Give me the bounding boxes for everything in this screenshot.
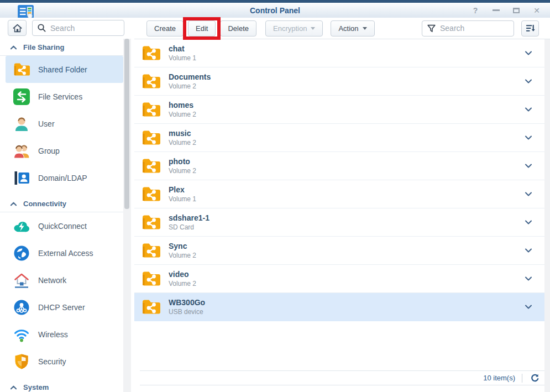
window-controls: ? ✕ [471, 3, 541, 18]
list-search-input[interactable] [440, 24, 509, 33]
folder-info: music Volume 2 [169, 129, 196, 147]
chevron-down-icon [311, 27, 315, 30]
title-bar: Control Panel ? ✕ [0, 3, 550, 18]
sidebar-item-dhcp-server[interactable]: DHCP Server [6, 294, 123, 321]
sidebar-item-label: User [38, 119, 55, 128]
domain-ldap-icon [13, 170, 30, 186]
shared-folder-icon [142, 270, 160, 287]
sidebar-item-external-access[interactable]: External Access [6, 239, 123, 266]
folder-row-wb300go[interactable]: WB300Go USB device [134, 293, 544, 321]
minimize-icon[interactable] [491, 6, 500, 15]
sidebar-item-network[interactable]: Network [6, 266, 123, 294]
expand-chevron-icon[interactable] [524, 161, 533, 170]
expand-chevron-icon[interactable] [524, 302, 533, 311]
folder-name: photo [169, 158, 196, 166]
sidebar-item-label: Network [38, 276, 66, 285]
action-label: Action [338, 24, 358, 33]
folder-name: chat [169, 45, 196, 53]
group-icon [13, 143, 30, 159]
sidebar-item-label: QuickConnect [38, 222, 87, 231]
expand-chevron-icon[interactable] [524, 77, 533, 86]
folder-info: homes Volume 2 [169, 101, 196, 118]
sidebar-item-file-services[interactable]: File Services [6, 83, 123, 110]
sidebar-section-file-sharing[interactable]: File Sharing [0, 39, 123, 56]
help-icon[interactable]: ? [471, 6, 480, 15]
toolbar: Create Edit Delete Encryption Action [0, 18, 550, 39]
sidebar-item-shared-folder[interactable]: Shared Folder [6, 56, 123, 83]
sidebar-item-label: Wireless [38, 330, 68, 339]
shared-folder-icon [142, 299, 160, 315]
sidebar-item-group[interactable]: Group [6, 137, 123, 164]
folder-rows: chat Volume 1 Documents Volume 2 [134, 39, 544, 321]
expand-chevron-icon[interactable] [524, 218, 533, 227]
home-button[interactable] [8, 20, 27, 36]
folder-name: homes [169, 101, 196, 109]
sidebar-item-label: Shared Folder [38, 65, 87, 74]
folder-info: WB300Go USB device [169, 299, 205, 316]
folder-row-sdshare1-1[interactable]: sdshare1-1 SD Card [134, 208, 544, 237]
folder-name: WB300Go [169, 299, 205, 307]
expand-chevron-icon[interactable] [524, 133, 533, 142]
folder-name: Documents [169, 73, 211, 81]
folder-location: Volume 2 [169, 252, 196, 259]
network-icon [13, 272, 30, 289]
sort-button[interactable] [521, 20, 539, 36]
folder-row-chat[interactable]: chat Volume 1 [134, 39, 544, 67]
close-icon[interactable]: ✕ [532, 6, 541, 15]
shared-folder-icon [142, 45, 160, 61]
edit-button-wrap: Edit [188, 20, 216, 36]
sidebar-section-connectivity[interactable]: Connectivity [0, 191, 123, 212]
sidebar-scrollbar-thumb[interactable] [124, 39, 129, 209]
quickconnect-icon [13, 218, 30, 234]
sidebar-item-user[interactable]: User [6, 110, 123, 137]
folder-info: photo Volume 2 [169, 158, 196, 175]
folder-location: Volume 2 [169, 139, 196, 147]
sidebar-item-quickconnect[interactable]: QuickConnect [6, 212, 123, 239]
create-button[interactable]: Create [146, 20, 184, 36]
folder-row-homes[interactable]: homes Volume 2 [134, 96, 544, 124]
list-search-box [422, 20, 514, 36]
sidebar-item-domain-ldap[interactable]: Domain/LDAP [6, 164, 123, 191]
edit-button[interactable]: Edit [188, 20, 216, 36]
folder-info: Documents Volume 2 [169, 73, 211, 90]
shared-folder-icon [142, 129, 160, 146]
folder-row-sync[interactable]: Sync Volume 2 [134, 237, 544, 265]
expand-chevron-icon[interactable] [524, 105, 533, 114]
sidebar-item-security[interactable]: Security [6, 348, 123, 375]
folder-row-video[interactable]: video Volume 2 [134, 265, 544, 293]
action-dropdown-button[interactable]: Action [331, 20, 374, 36]
sidebar-search-input[interactable] [50, 24, 119, 33]
refresh-button[interactable] [529, 373, 541, 384]
main-toolbar: Create Edit Delete Encryption Action [134, 20, 550, 36]
folder-row-photo[interactable]: photo Volume 2 [134, 152, 544, 180]
expand-chevron-icon[interactable] [524, 246, 533, 255]
folder-row-plex[interactable]: Plex Volume 1 [134, 180, 544, 208]
shared-folder-icon [142, 186, 160, 202]
external-access-icon [13, 245, 30, 262]
sidebar-item-label: External Access [38, 249, 93, 258]
maximize-icon[interactable] [512, 6, 521, 15]
chevron-down-icon [363, 27, 367, 30]
shared-folder-icon [142, 158, 160, 174]
sidebar-scrollbar-track [123, 39, 131, 392]
expand-chevron-icon[interactable] [524, 190, 533, 198]
folder-location: Volume 2 [169, 280, 196, 288]
shared-folder-list: chat Volume 1 Documents Volume 2 [134, 39, 550, 392]
folder-location: USB device [169, 309, 205, 316]
delete-button[interactable]: Delete [220, 20, 256, 36]
folder-info: Sync Volume 2 [169, 242, 196, 259]
sidebar: File Sharing Shared Folder File Services [0, 39, 123, 392]
filter-icon [427, 24, 436, 33]
sidebar-section-system[interactable]: System [0, 375, 123, 392]
folder-row-music[interactable]: music Volume 2 [134, 124, 544, 152]
shared-folder-icon [13, 61, 30, 78]
expand-chevron-icon[interactable] [524, 274, 533, 283]
encryption-dropdown-button[interactable]: Encryption [265, 20, 323, 36]
folder-row-documents[interactable]: Documents Volume 2 [134, 67, 544, 96]
sidebar-item-wireless[interactable]: Wireless [6, 321, 123, 348]
wireless-icon [13, 326, 30, 343]
list-scrollbar-track[interactable] [544, 39, 550, 392]
user-icon [13, 116, 30, 132]
folder-info: Plex Volume 1 [169, 186, 196, 203]
expand-chevron-icon[interactable] [524, 49, 533, 58]
